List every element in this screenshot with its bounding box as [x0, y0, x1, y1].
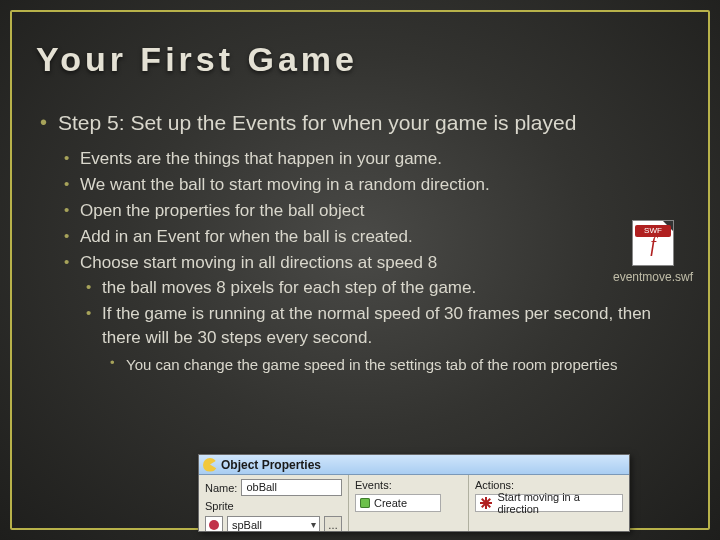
dialog-left-panel: Name: obBall Sprite spBall … New Edit — [199, 475, 349, 531]
object-properties-dialog: Object Properties Name: obBall Sprite sp… — [198, 454, 630, 532]
swf-filename: eventmove.swf — [608, 270, 698, 284]
step-heading-text: Step 5: Set up the Events for when your … — [58, 111, 576, 134]
step-heading: Step 5: Set up the Events for when your … — [36, 109, 684, 375]
list-item: If the game is running at the normal spe… — [80, 302, 684, 375]
swf-badge: SWF — [635, 225, 671, 237]
event-item-create[interactable]: Create — [355, 494, 441, 512]
name-label: Name: — [205, 482, 237, 494]
bullet-level-1: Step 5: Set up the Events for when your … — [36, 109, 684, 375]
dialog-title-text: Object Properties — [221, 458, 321, 472]
slide-content: Your First Game Step 5: Set up the Event… — [10, 10, 710, 530]
list-item: the ball moves 8 pixels for each step of… — [80, 276, 684, 300]
dialog-actions-panel: Actions: Start moving in a direction — [469, 475, 629, 531]
list-item: Choose start moving in all directions at… — [58, 251, 684, 375]
sprite-preview-icon — [205, 516, 223, 532]
sprite-browse-button[interactable]: … — [324, 516, 342, 532]
action-item-move[interactable]: Start moving in a direction — [475, 494, 623, 512]
list-item: Add in an Event for when the ball is cre… — [58, 225, 684, 249]
list-item-text: Choose start moving in all directions at… — [80, 253, 437, 272]
events-heading: Events: — [355, 479, 462, 491]
dialog-body: Name: obBall Sprite spBall … New Edit Ev… — [199, 475, 629, 531]
action-item-label: Start moving in a direction — [497, 491, 618, 515]
bullet-level-3: the ball moves 8 pixels for each step of… — [80, 276, 684, 374]
list-item: Open the properties for the ball object — [58, 199, 684, 223]
list-item: Events are the things that happen in you… — [58, 147, 684, 171]
dialog-events-panel: Events: Create — [349, 475, 469, 531]
dialog-titlebar: Object Properties — [199, 455, 629, 475]
bullet-level-4: You can change the game speed in the set… — [102, 354, 684, 375]
move-direction-icon — [480, 497, 491, 509]
object-icon — [203, 458, 217, 472]
name-input[interactable]: obBall — [241, 479, 342, 496]
swf-file-icon: SWF — [632, 220, 674, 266]
bullet-level-2: Events are the things that happen in you… — [58, 147, 684, 374]
list-item: We want the ball to start moving in a ra… — [58, 173, 684, 197]
list-item: You can change the game speed in the set… — [102, 354, 684, 375]
sprite-select[interactable]: spBall — [227, 516, 320, 532]
create-event-icon — [360, 498, 370, 508]
list-item-text: If the game is running at the normal spe… — [102, 304, 651, 347]
sprite-label: Sprite — [205, 500, 342, 512]
event-item-label: Create — [374, 497, 407, 509]
slide-title: Your First Game — [36, 40, 684, 79]
swf-attachment[interactable]: SWF eventmove.swf — [608, 220, 698, 284]
actions-heading: Actions: — [475, 479, 623, 491]
